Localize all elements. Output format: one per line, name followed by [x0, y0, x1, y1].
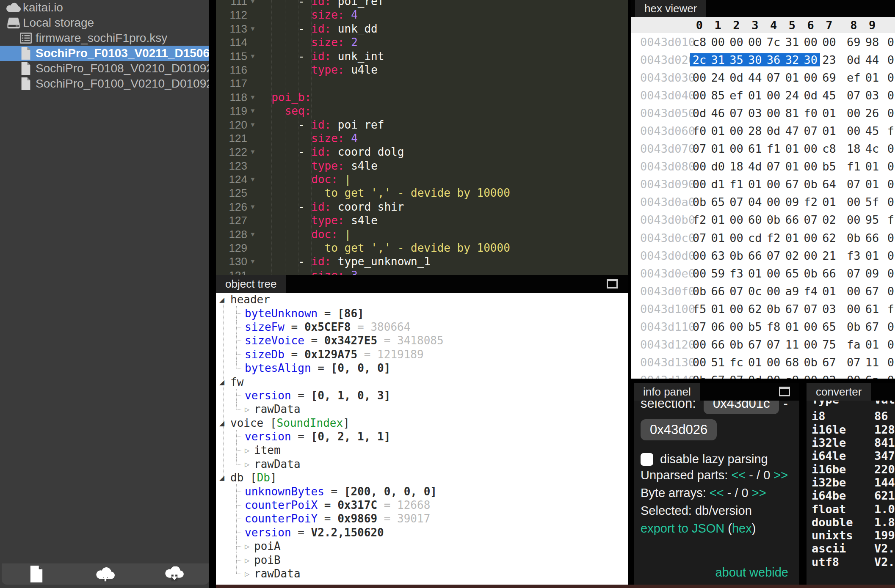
hex-byte[interactable]: 00	[690, 338, 709, 351]
object-tree-row[interactable]: counterPoiX = 0x317C = 12668	[216, 498, 628, 512]
unparsed-prev-button[interactable]: <<	[731, 468, 746, 482]
hex-byte[interactable]: 0b	[801, 267, 820, 280]
hex-byte[interactable]: 67	[863, 320, 881, 333]
object-tree-row[interactable]: counterPoiY = 0x9869 = 39017	[216, 512, 628, 525]
hex-byte[interactable]: 30	[746, 53, 764, 66]
hex-byte[interactable]: 00	[709, 36, 727, 49]
hex-byte[interactable]: 00	[727, 231, 746, 245]
object-tree-row[interactable]: ▷rawData	[216, 402, 628, 416]
hex-byte[interactable]: d0	[709, 160, 727, 173]
expander-closed-icon[interactable]: ▷	[245, 569, 254, 578]
object-tree-row[interactable]: ▷rawData	[216, 567, 628, 580]
fold-arrow-icon[interactable]: ▼	[247, 118, 258, 132]
hex-byte-clipped[interactable]: 0	[881, 53, 895, 66]
code-line[interactable]: 113▼ - id: unk_dd	[216, 22, 628, 36]
hex-byte[interactable]: 95	[863, 213, 881, 226]
object-tree-row[interactable]: ◢header	[216, 293, 628, 306]
hex-byte[interactable]: 01	[863, 249, 881, 262]
object-tree-row[interactable]: sizeVoice = 0x3427E5 = 3418085	[216, 334, 628, 347]
export-hex-link[interactable]: hex	[732, 522, 752, 536]
fold-arrow-icon[interactable]: ▼	[247, 104, 258, 118]
hex-byte[interactable]: 07	[801, 302, 820, 316]
hex-byte[interactable]: f8	[764, 320, 783, 333]
fold-arrow-icon[interactable]: ▼	[247, 22, 258, 36]
object-tree-row[interactable]: version = V2.2,150620	[216, 526, 628, 539]
hex-byte[interactable]: cd	[746, 231, 764, 245]
sidebar-file-item[interactable]: SochiPro_F0108_V0210_D010920_S01	[0, 61, 209, 76]
hex-byte-clipped[interactable]: 0	[881, 356, 895, 369]
hex-byte[interactable]: 01	[709, 302, 727, 316]
expander-closed-icon[interactable]: ▷	[245, 459, 254, 469]
hex-byte[interactable]: 01	[746, 356, 764, 369]
hex-byte[interactable]: 67	[783, 302, 801, 316]
hex-byte[interactable]: 00	[801, 160, 820, 173]
sidebar-file-item[interactable]: kaitai.io	[0, 0, 209, 15]
hex-byte[interactable]: 81	[783, 107, 801, 120]
upload-local-icon[interactable]	[71, 566, 140, 582]
hex-byte-clipped[interactable]: 0	[881, 89, 895, 102]
hex-byte[interactable]: 07	[844, 89, 863, 102]
object-tree-row[interactable]: ▷rawData	[216, 457, 628, 471]
hex-byte[interactable]: 65	[709, 195, 727, 209]
hex-byte[interactable]: 85	[709, 89, 727, 102]
hex-byte[interactable]: f1	[727, 178, 746, 191]
hex-byte[interactable]: 0d	[844, 53, 863, 66]
hex-byte[interactable]: 60	[746, 213, 764, 226]
hex-byte[interactable]: 03	[863, 89, 881, 102]
code-line[interactable]: 116 type: u4le	[216, 63, 628, 77]
hex-byte-clipped[interactable]: 0	[881, 36, 895, 49]
hex-byte[interactable]: 00	[801, 142, 820, 155]
hex-byte[interactable]: 67	[863, 285, 881, 298]
hex-byte[interactable]: 63	[709, 249, 727, 262]
hex-byte[interactable]: 00	[801, 249, 820, 262]
hex-byte[interactable]: 66	[863, 231, 881, 245]
object-tree-row[interactable]: ▷poiA	[216, 539, 628, 553]
hex-byte[interactable]: 00	[690, 267, 709, 280]
hex-byte[interactable]: 62	[820, 231, 839, 245]
hex-byte-clipped[interactable]: 0	[881, 231, 895, 245]
hex-byte[interactable]: ef	[844, 71, 863, 84]
fold-arrow-icon[interactable]: ▼	[247, 0, 258, 8]
hex-byte[interactable]: 00	[801, 231, 820, 245]
hex-byte[interactable]: f1	[844, 160, 863, 173]
hex-byte[interactable]: 01	[820, 285, 839, 298]
hex-byte[interactable]: 35	[727, 53, 746, 66]
hex-byte[interactable]: 28	[746, 124, 764, 137]
hex-byte[interactable]: b5	[746, 320, 764, 333]
fold-arrow-icon[interactable]: ▼	[247, 145, 258, 159]
code-line[interactable]: 128▼ doc: |	[216, 228, 628, 241]
hex-byte-clipped[interactable]: 0	[881, 249, 895, 262]
hex-byte-clipped[interactable]: 0	[881, 285, 895, 298]
hex-byte[interactable]: 00	[844, 302, 863, 316]
code-line[interactable]: 112 size: 4	[216, 8, 628, 22]
hex-byte[interactable]: 07	[690, 320, 709, 333]
hex-byte-clipped[interactable]: f	[881, 302, 895, 316]
fold-arrow-icon[interactable]: ▼	[247, 255, 258, 268]
hex-byte[interactable]: 44	[863, 53, 881, 66]
hex-byte[interactable]: f5	[690, 302, 709, 316]
hex-byte[interactable]: 0b	[801, 178, 820, 191]
hex-byte[interactable]: f0	[801, 107, 820, 120]
hex-byte[interactable]: 01	[709, 142, 727, 155]
hex-byte-clipped[interactable]: 0	[881, 374, 895, 379]
code-line[interactable]: 118▼ poi_b:	[216, 91, 628, 104]
hex-byte[interactable]: 07	[764, 249, 783, 262]
object-tree-row[interactable]: version = [0, 2, 1, 1]	[216, 430, 628, 443]
code-line[interactable]: 126▼ - id: coord_shir	[216, 200, 628, 214]
hex-byte[interactable]: 00	[801, 338, 820, 351]
expander-closed-icon[interactable]: ▷	[245, 404, 254, 414]
hex-byte[interactable]: e9	[783, 374, 801, 379]
hex-byte[interactable]: 6a	[863, 374, 881, 379]
info-panel-maximize-icon[interactable]	[779, 387, 790, 396]
hex-byte[interactable]: 0b	[690, 285, 709, 298]
hex-byte[interactable]: 46	[709, 107, 727, 120]
hex-byte[interactable]: 07	[844, 267, 863, 280]
hex-byte[interactable]: 01	[820, 107, 839, 120]
hex-byte[interactable]: 00	[764, 107, 783, 120]
hex-byte[interactable]: 07	[844, 178, 863, 191]
byte-arrays-prev-button[interactable]: <<	[710, 486, 724, 500]
object-tree-row[interactable]: sizeDb = 0x129A75 = 1219189	[216, 348, 628, 361]
hex-byte[interactable]: 45	[820, 89, 839, 102]
hex-byte[interactable]: 0b	[764, 213, 783, 226]
hex-byte[interactable]: 01	[783, 231, 801, 245]
